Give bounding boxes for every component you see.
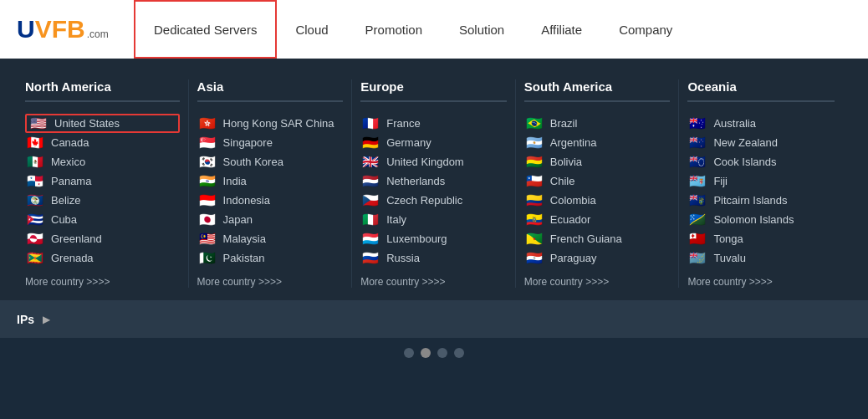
country-united-states[interactable]: 🇺🇸 United States <box>25 114 180 133</box>
country-france[interactable]: 🇫🇷 France <box>360 114 507 133</box>
more-south-america[interactable]: More country >>>> <box>524 276 671 288</box>
flag-singapore: 🇸🇬 <box>199 136 217 149</box>
flag-hong-kong: 🇭🇰 <box>199 117 217 130</box>
country-south-korea[interactable]: 🇰🇷 South Korea <box>197 152 344 171</box>
country-name-pitcairn-islands: Pitcairn Islands <box>713 194 787 207</box>
country-colombia[interactable]: 🇨🇴 Colombia <box>524 191 671 210</box>
country-name-indonesia: Indonesia <box>223 194 270 207</box>
bottom-bar-arrow-icon: ▶ <box>43 314 50 325</box>
nav-affiliate[interactable]: Affiliate <box>523 0 600 59</box>
nav-company[interactable]: Company <box>600 0 691 59</box>
country-pakistan[interactable]: 🇵🇰 Pakistan <box>197 248 344 268</box>
country-name-italy: Italy <box>386 213 406 226</box>
country-argentina[interactable]: 🇦🇷 Argentina <box>524 133 671 152</box>
flag-belize: 🇧🇿 <box>27 194 45 207</box>
country-brazil[interactable]: 🇧🇷 Brazil <box>524 114 671 133</box>
country-bolivia[interactable]: 🇧🇴 Bolivia <box>524 152 671 171</box>
country-pitcairn-islands[interactable]: 🇵🇳 Pitcairn Islands <box>687 191 835 210</box>
flag-czech-republic: 🇨🇿 <box>362 194 380 207</box>
country-united-kingdom[interactable]: 🇬🇧 United Kingdom <box>360 152 507 171</box>
country-name-united-states: United States <box>54 117 120 130</box>
country-panama[interactable]: 🇵🇦 Panama <box>25 171 180 191</box>
nav-solution[interactable]: Solution <box>441 0 523 59</box>
country-canada[interactable]: 🇨🇦 Canada <box>25 133 180 152</box>
pagination <box>0 338 868 368</box>
flag-solomon-islands: 🇸🇧 <box>689 213 707 226</box>
country-australia[interactable]: 🇦🇺 Australia <box>687 114 835 133</box>
country-name-cuba: Cuba <box>51 213 77 226</box>
col-title-europe: Europe <box>360 79 507 102</box>
country-mexico[interactable]: 🇲🇽 Mexico <box>25 152 180 171</box>
country-italy[interactable]: 🇮🇹 Italy <box>360 210 507 229</box>
nav-dedicated-servers[interactable]: Dedicated Servers <box>134 0 277 59</box>
dropdown-grid: North America 🇺🇸 United States 🇨🇦 Canada… <box>25 79 843 288</box>
country-fiji[interactable]: 🇫🇯 Fiji <box>687 171 835 191</box>
country-paraguay[interactable]: 🇵🇾 Paraguay <box>524 248 671 268</box>
flag-colombia: 🇨🇴 <box>526 194 544 207</box>
country-india[interactable]: 🇮🇳 India <box>197 171 344 191</box>
col-title-asia: Asia <box>197 79 344 102</box>
country-luxembourg[interactable]: 🇱🇺 Luxembourg <box>360 229 507 248</box>
country-belize[interactable]: 🇧🇿 Belize <box>25 191 180 210</box>
country-germany[interactable]: 🇩🇪 Germany <box>360 133 507 152</box>
country-grenada[interactable]: 🇬🇩 Grenada <box>25 248 180 268</box>
country-name-paraguay: Paraguay <box>550 252 597 264</box>
country-new-zealand[interactable]: 🇳🇿 New Zealand <box>687 133 835 152</box>
country-name-germany: Germany <box>386 136 431 149</box>
country-malaysia[interactable]: 🇲🇾 Malaysia <box>197 229 344 248</box>
country-russia[interactable]: 🇷🇺 Russia <box>360 248 507 268</box>
flag-cook-islands: 🇨🇰 <box>689 156 707 168</box>
flag-germany: 🇩🇪 <box>362 136 380 149</box>
country-name-tuvalu: Tuvalu <box>713 252 746 264</box>
logo-com-text: .com <box>87 28 109 40</box>
country-czech-republic[interactable]: 🇨🇿 Czech Republic <box>360 191 507 210</box>
flag-united-kingdom: 🇬🇧 <box>362 156 380 168</box>
country-name-singapore: Singapore <box>223 136 273 149</box>
country-name-russia: Russia <box>386 252 420 264</box>
flag-argentina: 🇦🇷 <box>526 136 544 149</box>
more-north-america[interactable]: More country >>>> <box>25 276 180 288</box>
country-tuvalu[interactable]: 🇹🇻 Tuvalu <box>687 248 835 268</box>
country-name-greenland: Greenland <box>51 232 102 245</box>
logo-u-letter: U <box>17 15 35 43</box>
country-greenland[interactable]: 🇬🇱 Greenland <box>25 229 180 248</box>
col-north-america: North America 🇺🇸 United States 🇨🇦 Canada… <box>25 79 189 288</box>
country-chile[interactable]: 🇨🇱 Chile <box>524 171 671 191</box>
col-oceania: Oceania 🇦🇺 Australia 🇳🇿 New Zealand 🇨🇰 C… <box>679 79 843 288</box>
country-french-guiana[interactable]: 🇬🇫 French Guiana <box>524 229 671 248</box>
country-name-chile: Chile <box>550 175 575 187</box>
more-asia[interactable]: More country >>>> <box>197 276 344 288</box>
nav-promotion[interactable]: Promotion <box>347 0 441 59</box>
country-name-mexico: Mexico <box>51 156 85 168</box>
country-solomon-islands[interactable]: 🇸🇧 Solomon Islands <box>687 210 835 229</box>
country-netherlands[interactable]: 🇳🇱 Netherlands <box>360 171 507 191</box>
pagination-dot-3[interactable] <box>437 348 447 358</box>
country-hong-kong[interactable]: 🇭🇰 Hong Kong SAR China <box>197 114 344 133</box>
country-japan[interactable]: 🇯🇵 Japan <box>197 210 344 229</box>
country-name-japan: Japan <box>223 213 253 226</box>
more-oceania[interactable]: More country >>>> <box>687 276 835 288</box>
flag-ecuador: 🇪🇨 <box>526 213 544 226</box>
nav-cloud[interactable]: Cloud <box>277 0 346 59</box>
country-tonga[interactable]: 🇹🇴 Tonga <box>687 229 835 248</box>
country-indonesia[interactable]: 🇮🇩 Indonesia <box>197 191 344 210</box>
country-name-cook-islands: Cook Islands <box>713 156 776 168</box>
country-name-colombia: Colombia <box>550 194 596 207</box>
flag-fiji: 🇫🇯 <box>689 175 707 187</box>
logo[interactable]: U VFB .com <box>17 15 117 43</box>
country-name-united-kingdom: United Kingdom <box>386 156 464 168</box>
flag-canada: 🇨🇦 <box>27 136 45 149</box>
flag-chile: 🇨🇱 <box>526 175 544 187</box>
country-name-argentina: Argentina <box>550 136 597 149</box>
country-name-hong-kong: Hong Kong SAR China <box>223 117 334 130</box>
country-ecuador[interactable]: 🇪🇨 Ecuador <box>524 210 671 229</box>
pagination-dot-2[interactable] <box>421 348 431 358</box>
country-cook-islands[interactable]: 🇨🇰 Cook Islands <box>687 152 835 171</box>
flag-greenland: 🇬🇱 <box>27 232 45 245</box>
country-cuba[interactable]: 🇨🇺 Cuba <box>25 210 180 229</box>
pagination-dot-1[interactable] <box>404 348 414 358</box>
country-singapore[interactable]: 🇸🇬 Singapore <box>197 133 344 152</box>
more-europe[interactable]: More country >>>> <box>360 276 507 288</box>
flag-india: 🇮🇳 <box>199 175 217 187</box>
pagination-dot-4[interactable] <box>454 348 464 358</box>
